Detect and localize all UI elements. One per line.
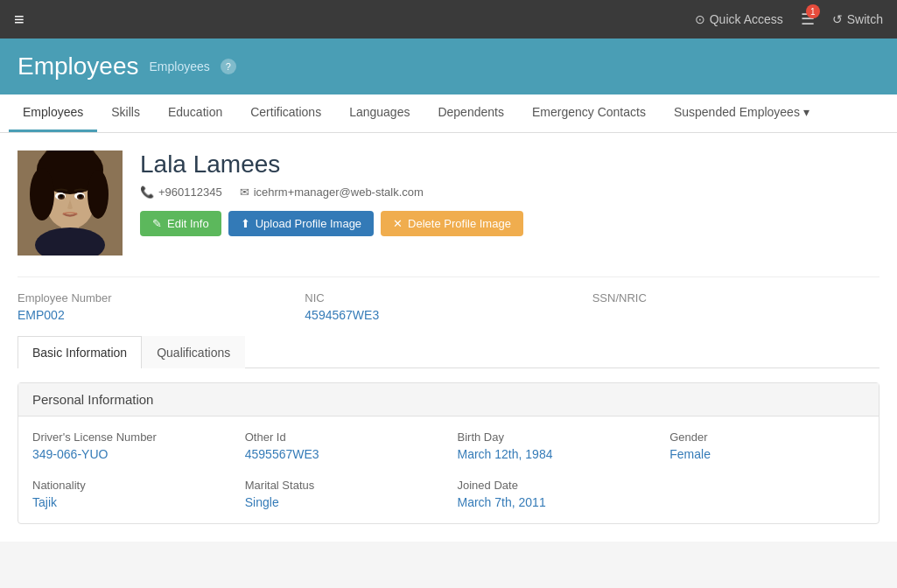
sub-tab-qualifications[interactable]: Qualifications — [142, 336, 245, 368]
nationality-value: Tajik — [32, 495, 228, 509]
top-navigation: ≡ ⊙ Quick Access ☰ 1 ↺ Switch — [0, 0, 897, 38]
phone-contact: 📞 +960112345 — [140, 186, 222, 199]
page-title: Employees — [18, 52, 139, 80]
nic-cell: NIC 4594567WE3 — [305, 291, 592, 322]
employee-number-value: EMP002 — [18, 308, 305, 322]
tab-education[interactable]: Education — [154, 94, 236, 132]
tab-certifications[interactable]: Certifications — [236, 94, 335, 132]
ssn-nric-label: SSN/NRIC — [592, 291, 879, 304]
profile-section: Lala Lamees 📞 +960112345 ✉ icehrm+manage… — [18, 150, 879, 256]
svg-point-13 — [79, 194, 82, 198]
email-contact: ✉ icehrm+manager@web-stalk.com — [240, 186, 424, 199]
personal-information-header: Personal Information — [18, 383, 879, 416]
marital-status-field: Marital Status Single — [245, 479, 440, 509]
switch-icon: ↺ — [832, 12, 843, 26]
phone-number: +960112345 — [158, 186, 222, 199]
birthday-label: Birth Day — [458, 430, 653, 444]
other-id-field: Other Id 4595567WE3 — [245, 430, 440, 461]
ssn-nric-cell: SSN/NRIC — [592, 291, 879, 322]
phone-icon: 📞 — [140, 186, 154, 199]
joined-date-value: March 7th, 2011 — [458, 495, 653, 509]
page-header: Employees Employees ? — [0, 38, 897, 94]
birthday-field: Birth Day March 12th, 1984 — [458, 430, 653, 461]
profile-photo — [18, 150, 123, 256]
quick-access-label: Quick Access — [710, 12, 783, 26]
nav-right: ⊙ Quick Access ☰ 1 ↺ Switch — [695, 10, 883, 29]
svg-point-5 — [88, 170, 109, 219]
tab-skills[interactable]: Skills — [97, 94, 154, 132]
email-address: icehrm+manager@web-stalk.com — [254, 186, 424, 199]
notification-badge: 1 — [806, 4, 820, 18]
help-icon[interactable]: ? — [221, 59, 236, 74]
profile-details: Lala Lamees 📞 +960112345 ✉ icehrm+manage… — [140, 150, 879, 236]
profile-actions: ✎ Edit Info ⬆ Upload Profile Image ✕ Del… — [140, 211, 879, 236]
caret-down-icon: ▾ — [803, 105, 809, 119]
sub-tab-bar: Basic Information Qualifications — [18, 336, 879, 368]
profile-contact: 📞 +960112345 ✉ icehrm+manager@web-stalk.… — [140, 186, 879, 199]
nic-value: 4594567WE3 — [305, 308, 592, 322]
tab-employees[interactable]: Employees — [9, 94, 97, 132]
drivers-license-field: Driver's License Number 349-066-YUO — [32, 430, 228, 461]
sub-tab-basic-information[interactable]: Basic Information — [18, 336, 142, 368]
breadcrumb[interactable]: Employees — [150, 60, 210, 74]
svg-point-12 — [60, 194, 63, 198]
marital-status-label: Marital Status — [245, 479, 440, 492]
main-content: Lala Lamees 📞 +960112345 ✉ icehrm+manage… — [0, 133, 897, 542]
quick-access-circle-icon: ⊙ — [695, 12, 705, 26]
edit-info-button[interactable]: ✎ Edit Info — [140, 211, 221, 236]
main-tab-bar: Employees Skills Education Certification… — [0, 94, 897, 133]
other-id-label: Other Id — [245, 430, 440, 444]
personal-information-body: Driver's License Number 349-066-YUO Othe… — [18, 416, 879, 523]
gender-value: Female — [669, 447, 865, 461]
hamburger-menu-icon[interactable]: ≡ — [14, 10, 25, 30]
delete-icon: ✕ — [393, 217, 403, 230]
employee-name: Lala Lamees — [140, 150, 879, 178]
upload-icon: ⬆ — [241, 217, 250, 230]
tab-suspended-employees[interactable]: Suspended Employees ▾ — [660, 94, 823, 132]
nationality-label: Nationality — [32, 479, 228, 492]
joined-date-field: Joined Date March 7th, 2011 — [458, 479, 653, 509]
switch-button[interactable]: ↺ Switch — [832, 12, 883, 26]
tab-emergency-contacts[interactable]: Emergency Contacts — [518, 94, 660, 132]
nic-label: NIC — [305, 291, 592, 304]
nationality-field: Nationality Tajik — [32, 479, 228, 509]
drivers-license-label: Driver's License Number — [32, 430, 228, 444]
notification-bell[interactable]: ☰ 1 — [801, 10, 815, 29]
gender-field: Gender Female — [669, 430, 865, 461]
employee-info-grid: Employee Number EMP002 NIC 4594567WE3 SS… — [18, 276, 879, 322]
marital-status-value: Single — [245, 495, 440, 509]
birthday-value: March 12th, 1984 — [458, 447, 653, 461]
switch-label: Switch — [847, 12, 883, 26]
other-id-value: 4595567WE3 — [245, 447, 440, 461]
email-icon: ✉ — [240, 186, 249, 199]
edit-pencil-icon: ✎ — [152, 217, 162, 230]
employee-number-label: Employee Number — [18, 291, 305, 304]
nav-left: ≡ — [14, 10, 25, 30]
upload-profile-image-button[interactable]: ⬆ Upload Profile Image — [228, 211, 374, 236]
gender-label: Gender — [669, 430, 865, 444]
svg-point-4 — [30, 168, 54, 220]
personal-information-card: Personal Information Driver's License Nu… — [18, 382, 879, 524]
tab-languages[interactable]: Languages — [335, 94, 424, 132]
employee-number-cell: Employee Number EMP002 — [18, 291, 305, 322]
joined-date-label: Joined Date — [458, 479, 653, 492]
quick-access-button[interactable]: ⊙ Quick Access — [695, 12, 783, 26]
tab-dependents[interactable]: Dependents — [424, 94, 518, 132]
personal-info-grid: Driver's License Number 349-066-YUO Othe… — [32, 430, 865, 509]
drivers-license-value: 349-066-YUO — [32, 447, 228, 461]
delete-profile-image-button[interactable]: ✕ Delete Profile Image — [381, 211, 523, 236]
